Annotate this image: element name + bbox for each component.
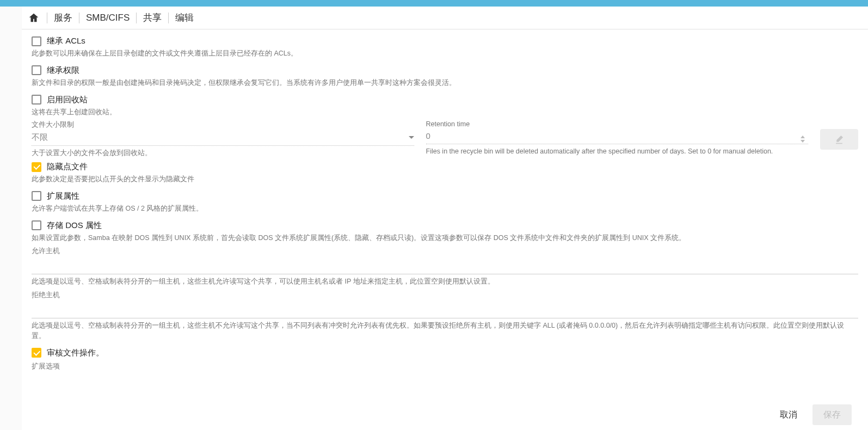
footer-actions: 取消 保存 (22, 400, 868, 430)
breadcrumb-separator (47, 13, 47, 23)
field-hide-dotfiles: 隐藏点文件 此参数决定是否要把以点开头的文件显示为隐藏文件 (32, 158, 858, 185)
breadcrumb-item-smb[interactable]: SMB/CIFS (86, 13, 130, 23)
field-audit: 审核文件操作。 (32, 345, 858, 358)
checkbox-store-dos[interactable] (32, 220, 41, 230)
breadcrumb-item-edit[interactable]: 编辑 (175, 11, 194, 24)
breadcrumb-separator (168, 13, 169, 23)
label-hosts-deny: 拒绝主机 (32, 290, 858, 300)
label-hosts-allow: 允许主机 (32, 246, 858, 256)
label-hide-dotfiles: 隐藏点文件 (47, 162, 88, 172)
breadcrumb-separator (136, 13, 137, 23)
field-store-dos: 存储 DOS 属性 如果设置此参数，Samba 在映射 DOS 属性到 UNIX… (32, 217, 858, 243)
label-store-dos: 存储 DOS 属性 (47, 220, 102, 231)
field-recycle-bin: 启用回收站 这将在共享上创建回收站。 (32, 91, 858, 118)
chevron-down-icon (409, 136, 414, 139)
checkbox-audit[interactable] (32, 348, 41, 358)
stepper-up-icon[interactable] (801, 136, 805, 138)
top-accent-bar (0, 0, 868, 7)
hint-file-size-limit: 大于设置大小的文件不会放到回收站。 (32, 148, 414, 158)
breadcrumb-item-services[interactable]: 服务 (54, 11, 72, 24)
select-file-size-limit[interactable]: 不限 (32, 130, 414, 146)
label-inherit-perms: 继承权限 (47, 65, 79, 76)
hint-hosts-allow: 此选项是以逗号、空格或制表符分开的一组主机，这些主机允许读写这个共享，可以使用主… (32, 277, 858, 287)
input-hosts-allow[interactable] (32, 257, 858, 274)
hint-inherit-perms: 新文件和目录的权限一般是由创建掩码和目录掩码决定，但权限继承会复写它们。当系统有… (32, 78, 858, 88)
label-inherit-acls: 继承 ACLs (47, 36, 85, 46)
row-recycle-settings: 文件大小限制 不限 大于设置大小的文件不会放到回收站。 Retention ti… (32, 120, 858, 158)
form-area: 继承 ACLs 此参数可以用来确保在上层目录创建的文件或文件夹遵循上层目录已经存… (22, 29, 868, 400)
breadcrumb: 服务 SMB/CIFS 共享 编辑 (22, 7, 868, 29)
field-retention-time: Retention time Files in the recycle bin … (426, 120, 809, 157)
field-file-size-limit: 文件大小限制 不限 大于设置大小的文件不会放到回收站。 (32, 120, 414, 158)
erase-button[interactable] (820, 129, 858, 150)
label-advanced-options: 扩展选项 (32, 361, 858, 371)
field-inherit-perms: 继承权限 新文件和目录的权限一般是由创建掩码和目录掩码决定，但权限继承会复写它们… (32, 62, 858, 88)
stepper-retention[interactable] (797, 132, 808, 145)
value-file-size-limit: 不限 (32, 132, 48, 143)
field-inherit-acls: 继承 ACLs 此参数可以用来确保在上层目录创建的文件或文件夹遵循上层目录已经存… (32, 33, 858, 59)
col-erase (820, 120, 858, 150)
content-wrap: 服务 SMB/CIFS 共享 编辑 继承 ACLs 此参数可以用来确保在上层目录… (22, 7, 868, 430)
hint-hide-dotfiles: 此参数决定是否要把以点开头的文件显示为隐藏文件 (32, 174, 858, 185)
breadcrumb-item-share[interactable]: 共享 (143, 11, 162, 24)
hint-extended-attrs: 允许客户端尝试在共享上存储 OS / 2 风格的扩展属性。 (32, 204, 858, 214)
label-file-size-limit: 文件大小限制 (32, 120, 414, 130)
hint-retention-time: Files in the recycle bin will be deleted… (426, 146, 809, 157)
label-retention-time: Retention time (426, 120, 809, 128)
label-extended-attrs: 扩展属性 (47, 191, 79, 201)
stepper-down-icon[interactable] (801, 140, 805, 143)
field-hosts-allow: 允许主机 此选项是以逗号、空格或制表符分开的一组主机，这些主机允许读写这个共享，… (32, 246, 858, 287)
save-button[interactable]: 保存 (812, 404, 852, 425)
textarea-advanced-options[interactable] (32, 373, 858, 400)
field-extended-attrs: 扩展属性 允许客户端尝试在共享上存储 OS / 2 风格的扩展属性。 (32, 188, 858, 214)
left-gutter (0, 7, 22, 430)
hint-hosts-deny: 此选项是以逗号、空格或制表符分开的一组主机，这些主机不允许读写这个共享，当不同列… (32, 321, 858, 341)
home-icon[interactable] (27, 11, 40, 24)
checkbox-inherit-perms[interactable] (32, 65, 41, 75)
label-audit: 审核文件操作。 (47, 348, 104, 358)
input-line-retention (426, 128, 809, 144)
input-hosts-deny[interactable] (32, 301, 858, 318)
hint-recycle-bin: 这将在共享上创建回收站。 (32, 107, 858, 118)
checkbox-recycle-bin[interactable] (32, 95, 41, 105)
label-recycle-bin: 启用回收站 (47, 95, 88, 105)
checkbox-inherit-acls[interactable] (32, 36, 41, 46)
hint-inherit-acls: 此参数可以用来确保在上层目录创建的文件或文件夹遵循上层目录已经存在的 ACLs。 (32, 48, 858, 59)
checkbox-extended-attrs[interactable] (32, 191, 41, 201)
checkbox-hide-dotfiles[interactable] (32, 162, 41, 172)
cancel-button[interactable]: 取消 (777, 406, 801, 424)
breadcrumb-separator (79, 13, 79, 23)
field-hosts-deny: 拒绝主机 此选项是以逗号、空格或制表符分开的一组主机，这些主机不允许读写这个共享… (32, 290, 858, 341)
field-advanced-options: 扩展选项 详情请看 手册。 (32, 361, 858, 400)
hint-store-dos: 如果设置此参数，Samba 在映射 DOS 属性到 UNIX 系统前，首先会读取… (32, 233, 858, 243)
input-retention-time[interactable] (426, 131, 809, 140)
